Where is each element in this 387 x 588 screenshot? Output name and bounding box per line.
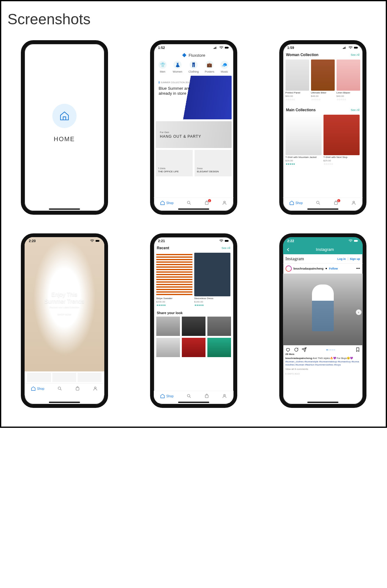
rating-stars: ☆☆☆☆☆	[337, 98, 360, 101]
product-image	[156, 253, 192, 296]
see-all-link[interactable]: See All	[351, 53, 359, 56]
section-title-share: Share your look	[154, 308, 234, 317]
status-time: 2:20	[29, 239, 36, 243]
battery-icon	[96, 239, 100, 242]
svg-point-21	[58, 387, 60, 390]
thumbnail-strip[interactable]	[25, 371, 104, 383]
tab-search[interactable]	[57, 386, 62, 391]
back-icon[interactable]	[286, 247, 290, 252]
more-icon[interactable]: •••	[356, 266, 360, 271]
tab-cart[interactable]	[204, 394, 209, 399]
brand-logo: Fluxstore	[154, 51, 234, 61]
rating-stars: ☆☆☆☆☆	[286, 98, 309, 101]
category-music[interactable]: 🧢Music	[220, 61, 229, 73]
heart-icon[interactable]	[286, 347, 290, 352]
bookmark-icon[interactable]	[355, 347, 360, 352]
thumbnail[interactable]	[27, 373, 51, 382]
tab-cart[interactable]	[75, 386, 80, 391]
look-thumbnail[interactable]	[156, 338, 180, 357]
status-icons	[348, 239, 358, 242]
comment-icon[interactable]	[294, 347, 299, 352]
category-men[interactable]: 👕Men	[158, 61, 167, 73]
secondary-banner[interactable]: For Gen HANG OUT & PARTY	[156, 121, 232, 148]
product-card[interactable]: T-Shirt with Next Stop$25.00☆☆☆☆☆	[323, 115, 360, 165]
hashtags[interactable]: #korean_clothes #koreanstyle #koreanmake…	[286, 360, 360, 367]
tab-profile[interactable]	[93, 386, 98, 391]
svg-point-23	[94, 387, 96, 389]
login-link[interactable]: Log in	[337, 257, 348, 261]
hero-banner[interactable]: SUMMER COLLECTION 2019 Blue Summer are a…	[156, 76, 232, 119]
hero-image[interactable]: Enjoy ThisSummer Trends Discover now Lat…	[25, 237, 104, 371]
svg-point-7	[187, 201, 190, 204]
product-image	[311, 60, 335, 91]
next-image-button[interactable]: ›	[356, 309, 361, 315]
thumbnail[interactable]	[78, 373, 101, 382]
look-thumbnail[interactable]	[207, 317, 231, 336]
caption: bouchradaupaincheng And ThiS styles🔥💜 Fo…	[286, 357, 360, 360]
product-card[interactable]: Stripe Sweater$200.00★★★★★	[156, 253, 192, 307]
svg-rect-4	[225, 47, 228, 49]
status-time: 2:22	[287, 239, 294, 243]
tab-search[interactable]	[186, 394, 191, 399]
tab-bar: Shop	[25, 383, 104, 395]
banner2-tag: For Gen	[160, 131, 201, 134]
product-card[interactable]: T-Shirt with Mountain Jacket$28.00★★★★★	[286, 115, 322, 165]
phone-summer-trends: 2:20 Enjoy ThisSummer Trends Discover no…	[21, 233, 108, 408]
tab-cart[interactable]: 1	[333, 200, 338, 205]
category-posters[interactable]: 💼Posters	[205, 61, 215, 73]
post-header: bouchradaupaincheng • Follow •••	[283, 264, 363, 274]
status-bar: 2:21	[154, 237, 234, 245]
product-card[interactable]: Printed Panel$60.00☆☆☆☆☆	[286, 60, 309, 101]
hero-subtitle: Discover now Latest Collection	[44, 306, 84, 308]
category-women[interactable]: 👗Women	[173, 61, 182, 73]
shop-now-button[interactable]: SHOP NOW	[53, 311, 76, 317]
product-card[interactable]: Sleeveless Dress$160.00★★★★★	[194, 253, 230, 307]
phone-recent-share: 2:21 Recent See All Stripe Sweater$200.0…	[150, 233, 237, 408]
tab-shop[interactable]: Shop	[160, 394, 173, 399]
home-icon-circle[interactable]	[52, 104, 77, 128]
tab-shop[interactable]: Shop	[31, 386, 44, 391]
svg-point-9	[224, 201, 225, 203]
likes-count[interactable]: 28 likes	[286, 353, 360, 356]
look-thumbnail[interactable]	[207, 338, 231, 357]
tab-shop[interactable]: Shop	[289, 200, 303, 205]
tab-search[interactable]	[316, 200, 321, 205]
mini-banner-tshirts[interactable]: T-ShirtsTHE OFFICE LIFE	[156, 150, 193, 176]
product-card[interactable]: Linen Blazer$40.00☆☆☆☆☆	[337, 60, 360, 101]
look-thumbnail[interactable]	[182, 338, 205, 357]
tab-search[interactable]	[186, 200, 191, 205]
svg-rect-17	[334, 202, 337, 205]
see-all-link[interactable]: See All	[221, 246, 230, 250]
tab-bar: Shop	[154, 391, 234, 403]
tab-profile[interactable]	[222, 200, 227, 205]
rating-stars: ☆☆☆☆☆	[311, 98, 335, 101]
mini-banner-dress[interactable]: DressELEGANT DESIGN	[195, 150, 232, 176]
tab-cart[interactable]: 1	[204, 200, 209, 205]
look-thumbnail[interactable]	[156, 317, 180, 336]
share-icon[interactable]	[302, 347, 307, 352]
avatar[interactable]	[286, 265, 292, 272]
category-clothing[interactable]: 👖Clothing	[188, 61, 199, 73]
tab-shop[interactable]: Shop	[160, 200, 173, 205]
separator: •	[325, 266, 327, 271]
tab-profile[interactable]	[222, 394, 227, 399]
wifi-icon	[348, 239, 353, 242]
svg-rect-5	[228, 47, 229, 48]
thumbnail[interactable]	[52, 373, 76, 382]
username[interactable]: bouchradaupaincheng	[294, 267, 324, 270]
signup-link[interactable]: Sign up	[350, 257, 360, 261]
phone-home: HOME	[21, 40, 108, 215]
post-image[interactable]: ›	[283, 274, 363, 345]
product-card[interactable]: Ultimate Biker$48.00☆☆☆☆☆	[311, 60, 335, 101]
view-comments-link[interactable]: View all 8 comments	[286, 368, 360, 371]
svg-rect-0	[214, 48, 214, 49]
rating-stars: ★★★★★	[156, 304, 192, 307]
follow-link[interactable]: Follow	[329, 267, 338, 270]
home-icon	[59, 111, 70, 121]
look-thumbnail[interactable]	[182, 317, 205, 336]
battery-icon	[225, 239, 229, 242]
tab-profile[interactable]	[351, 200, 356, 205]
cap-icon: 🧢	[220, 61, 229, 69]
see-all-link[interactable]: See All	[351, 108, 359, 112]
brand-icon	[182, 53, 187, 58]
